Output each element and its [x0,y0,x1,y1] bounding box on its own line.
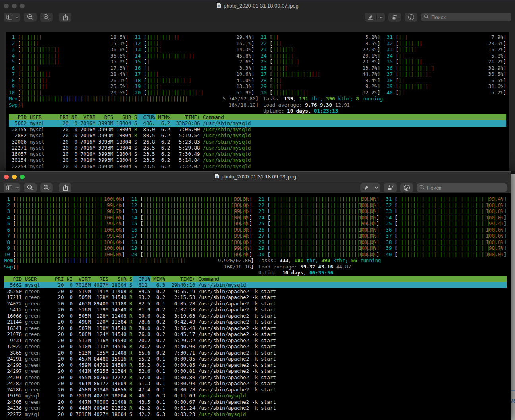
column-header-pid[interactable]: PID [4,276,22,282]
sidebar-button[interactable] [4,183,20,192]
zoom-out-button[interactable] [24,13,37,22]
process-row[interactable]: 35250green200519M141M11408R84.50.29:55.1… [4,288,507,295]
sidebar-button[interactable] [4,13,20,22]
minimize-button[interactable] [12,4,17,8]
column-header-cpu%[interactable]: CPU% [133,276,150,282]
search-input[interactable] [431,14,508,20]
process-row[interactable]: 22272mysql2007016M4027M18004S42.26.30:03… [4,411,507,418]
bar-pipes: |||||||||||||||||||||||||||||||||||||| [143,196,249,202]
bracket: [ [18,71,21,77]
column-header-virt[interactable]: VIRT [77,114,95,121]
rotate-left-button[interactable] [384,183,397,192]
column-header-pri[interactable]: PRI [56,114,68,121]
process-row[interactable]: 3865green200513M135M11408R65.60.27:30.71… [4,350,507,356]
process-row[interactable]: 16066green200505M128M11408R80.60.23:19.6… [4,313,507,319]
zoom-in-button[interactable] [40,183,53,192]
process-row[interactable]: 24283green200461M8637214604R51.30.10:00.… [4,380,507,387]
bracket: [ [140,221,143,227]
process-row[interactable]: 24022green200463M8940013188R82.50.10:05.… [4,301,507,307]
column-header-res[interactable]: RES [95,114,113,121]
process-table-header[interactable]: PIDUSERPRINIVIRTRESSHRSCPU%MEM%TIME+Comm… [9,114,506,121]
search-field[interactable] [421,13,511,21]
process-row[interactable]: 24297green200441M6525611384R52.60.10:00.… [4,368,507,374]
cpu-meter-5: 5[|||||||||||||35.9%] [9,59,128,65]
column-header-mem%[interactable]: MEM% [150,276,166,282]
column-header-mem%[interactable]: MEM% [155,114,170,121]
close-button[interactable] [4,4,9,8]
column-header-res[interactable]: RES [91,276,108,282]
process-row[interactable]: 12023green200510M133M14516R70.20.24:40.9… [4,343,507,350]
toolbar [0,11,515,23]
cell: 0:42.49 [165,319,195,325]
column-header-command[interactable]: Command [200,114,506,121]
process-row[interactable]: 24293green200459M8472814580R55.20.10:00.… [4,362,507,368]
column-header-user[interactable]: USER [22,276,52,282]
column-header-pri[interactable]: PRI [52,276,64,282]
process-row[interactable]: 5662mysql2007016M4027M18004S612.6.329h40… [4,282,507,288]
process-row[interactable]: 21144green200498M120M11384R78.60.20:42.4… [4,319,507,325]
process-table-header[interactable]: PIDUSERPRINIVIRTRESSHRSCPU%MEM%TIME+Comm… [4,276,507,282]
process-row[interactable]: 2882mysql2007016M3993M18004R80.56.25:19.… [9,132,506,139]
column-header-time+[interactable]: TIME+ [170,114,200,121]
minimize-button[interactable] [12,175,17,179]
rotate-left-button[interactable] [388,13,401,22]
process-row[interactable]: 30154mysql2007016M3993M18004S23.56.25:14… [9,157,506,163]
cpu-bar: |||||||||||||||41.0% [147,77,251,84]
column-header-shr[interactable]: SHR [113,114,131,121]
search-field[interactable] [417,183,507,192]
markup-pen-button[interactable] [365,13,385,22]
column-header-shr[interactable]: SHR [108,276,126,282]
cell: 83.2 [133,294,150,301]
markup-toolbar-button[interactable] [405,13,417,22]
bar-pipes: || [399,77,405,84]
column-header-pid[interactable]: PID [9,114,27,121]
column-header-time+[interactable]: TIME+ [165,276,195,282]
process-row[interactable]: 16057mysql2007016M3993M18004S23.56.27:30… [9,151,506,157]
window-title: photo_2020-01-31 18.09.03.jpeg [214,173,297,180]
zoom-in-button[interactable] [40,13,53,22]
process-row[interactable]: 9431green200513M136M14540R70.20.25:29.32… [4,338,507,344]
column-header-s[interactable]: S [126,276,132,282]
column-header-ni[interactable]: NI [68,114,77,121]
share-button[interactable] [59,13,71,22]
meter-value: 16K/18.1G [224,264,251,270]
process-row[interactable]: 24291green200457M8448015816R55.20.10:00.… [4,356,507,362]
column-header-cpu%[interactable]: CPU% [137,114,155,121]
search-input[interactable] [427,185,504,191]
process-row[interactable]: 30155mysql2007016M3993M18004R85.06.27:05… [9,127,506,133]
process-row[interactable]: 32006mysql2007016M3993M18004S26.86.25:23… [9,139,506,145]
process-row[interactable]: 24286green200458M8394014856R47.40.10:00.… [4,387,507,393]
column-header-s[interactable]: S [131,114,137,121]
column-header-command[interactable]: Command [195,276,507,282]
process-row[interactable]: 17211green200505M128M14540R83.20.22:15.5… [4,294,507,301]
column-header-virt[interactable]: VIRT [73,276,91,282]
process-row[interactable]: 5662mysql2007016M3993M18004S406.6.233h20… [9,120,506,127]
zoom-window-button[interactable] [20,175,25,179]
process-row[interactable]: 22271mysql2007016M3993M18004S25.56.25:29… [9,145,506,151]
process-row[interactable]: 5412green200516M139M14540R81.90.27:07.30… [4,307,507,313]
zoom-out-button[interactable] [24,183,37,192]
process-row[interactable]: 24305green200447M7000011408R43.50.10:00.… [4,399,507,405]
share-button[interactable] [59,183,71,192]
cell: 20 [56,120,68,127]
bracket: ] [125,77,129,84]
close-button[interactable] [4,175,9,179]
cpu-meter-38: 38[||6.5%] [387,77,506,84]
markup-toolbar-button[interactable] [400,183,413,192]
process-row[interactable]: 21076green200500M124M14540R76.00.20:45.1… [4,331,507,338]
titlebar[interactable]: photo_2020-01-31 18.09.03.jpeg [0,171,511,182]
cpu-meter-25: 25[|||||||||||||||||||||||||||||||||||||… [258,221,380,227]
process-row[interactable]: 24236green200446M8014821392R42.20.10:01.… [4,405,507,411]
cell: 5662 [9,120,27,127]
titlebar[interactable]: photo_2020-01-31 18.09.07.jpeg [0,0,515,11]
column-header-ni[interactable]: NI [64,276,73,282]
bracket: [ [395,46,399,53]
cpu-number: 30 [258,251,264,258]
markup-pen-button[interactable] [360,183,380,192]
process-row[interactable]: 16341green200507M130M14540R78.00.23:06.4… [4,325,507,332]
zoom-window-button[interactable] [20,4,25,8]
column-header-user[interactable]: USER [27,114,56,121]
process-row[interactable]: 19192mysql2007016M4027M18004R46.16.30:11… [4,393,507,399]
process-row[interactable]: 22254mysql2007016M3993M18004S23.56.27:32… [9,163,506,170]
process-row[interactable]: 24301green200455M8026012772R52.00.10:00.… [4,374,507,381]
